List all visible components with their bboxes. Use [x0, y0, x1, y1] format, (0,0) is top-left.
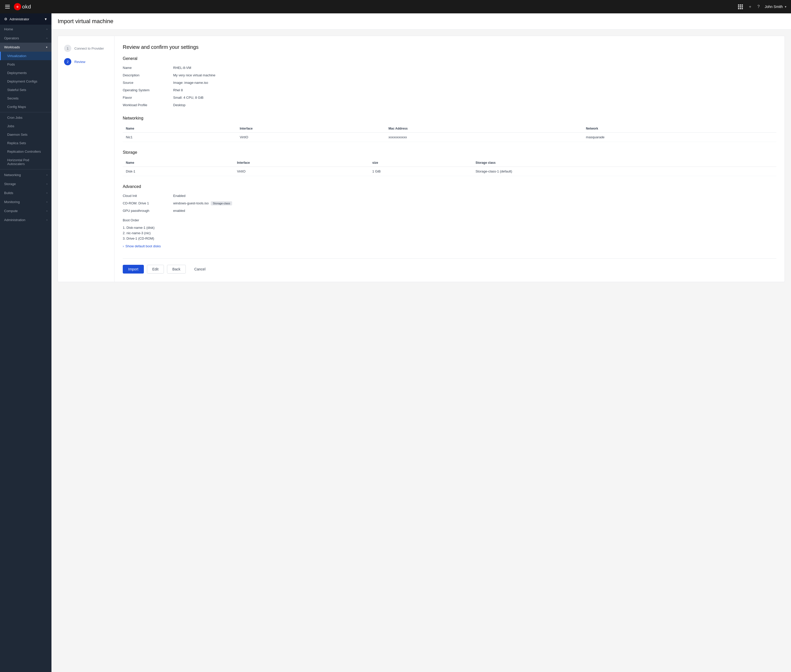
page-body: 1 Connect to Provider 2 Review Review an… [51, 30, 791, 288]
logo-icon: o [14, 3, 21, 10]
os-value: Rhel 8 [173, 87, 777, 93]
step-1: 1 Connect to Provider [62, 42, 110, 54]
grid-icon[interactable] [738, 4, 743, 9]
sidebar-item-administration[interactable]: Administration › [0, 216, 51, 224]
nic-mac: xxxxxxxxxxx [385, 133, 583, 142]
source-label: Source [123, 80, 169, 85]
sidebar-item-secrets[interactable]: Secrets [0, 94, 51, 102]
logo-text: okd [22, 4, 31, 10]
content-panel: Review and confirm your settings General… [114, 36, 785, 282]
nic-name: Nic1 [123, 133, 237, 142]
cdrom-value: windows-guest-tools.iso Storage-class [173, 200, 777, 206]
sidebar-item-config-maps[interactable]: Config Maps [0, 102, 51, 111]
sidebar-item-pods[interactable]: Pods [0, 60, 51, 69]
workloads-chevron: ▾ [46, 46, 47, 49]
home-chevron: › [47, 28, 47, 30]
networking-chevron: › [47, 174, 47, 176]
sidebar-item-compute[interactable]: Compute › [0, 206, 51, 216]
gpu-label: GPU passthrough [123, 208, 169, 213]
user-menu[interactable]: John Smith ▼ [765, 5, 787, 9]
general-fields: Name RHEL-8-VM Description My very nice … [123, 65, 777, 108]
sidebar-item-networking[interactable]: Networking › [0, 170, 51, 179]
storage-col-name: Name [123, 159, 234, 167]
sidebar-item-builds[interactable]: Builds › [0, 189, 51, 197]
sidebar-item-replica-sets[interactable]: Replica Sets [0, 139, 51, 147]
storage-section-title: Storage [123, 150, 777, 155]
sidebar-item-home[interactable]: Home › [0, 25, 51, 34]
storage-row: Disk-1 VirtIO 1 GiB Storage-class-1 (def… [123, 167, 777, 176]
wizard-card: 1 Connect to Provider 2 Review Review an… [58, 36, 785, 282]
sidebar-admin[interactable]: ⚙ Administrator ▼ [0, 13, 51, 25]
storage-table: Name Interface size Storage class Disk-1… [123, 159, 777, 176]
sidebar-item-replication-controllers[interactable]: Replication Controllers [0, 147, 51, 156]
sidebar-item-virtualization[interactable]: Virtualization [0, 52, 51, 60]
step-1-label[interactable]: Connect to Provider [74, 46, 104, 50]
storage-col-size: size [369, 159, 472, 167]
sidebar-item-home-label: Home [4, 27, 13, 31]
networking-col-network: Network [583, 125, 777, 133]
import-button[interactable]: Import [123, 265, 144, 274]
review-title: Review and confirm your settings [123, 44, 777, 50]
storage-chevron: › [47, 182, 47, 186]
sidebar-workloads-header[interactable]: Workloads ▾ [0, 43, 51, 52]
sidebar-item-deployment-configs[interactable]: Deployment Configs [0, 77, 51, 86]
step-2: 2 Review [62, 56, 110, 68]
compute-chevron: › [47, 210, 47, 212]
edit-button[interactable]: Edit [147, 265, 164, 274]
advanced-section-title: Advanced [123, 184, 777, 189]
sidebar-item-daemon-sets[interactable]: Daemon Sets [0, 130, 51, 139]
boot-order-item-3: 3. Drive-1 (CD-ROM) [123, 236, 777, 241]
sidebar-item-horizontal-pod-autoscalers[interactable]: Horizontal Pod Autoscalers [0, 156, 51, 168]
networking-section: Networking Name Interface Mac Address Ne… [123, 116, 777, 142]
boot-order-item-1: 1. Disk-name-1 (disk) [123, 225, 777, 230]
sidebar: ⚙ Administrator ▼ Home › Operators › Wor… [0, 13, 51, 672]
advanced-fields: Cloud Init Enabled CD-ROM: Drive 1 windo… [123, 193, 777, 213]
boot-order-list: 1. Disk-name-1 (disk) 2. nic-name-3 (nic… [123, 225, 777, 241]
storage-col-interface: Interface [234, 159, 369, 167]
sidebar-item-cron-jobs[interactable]: Cron Jobs [0, 114, 51, 122]
networking-col-interface: Interface [237, 125, 385, 133]
sidebar-item-operators[interactable]: Operators › [0, 34, 51, 43]
show-default-label: Show default boot disks [125, 244, 160, 248]
name-label: Name [123, 65, 169, 70]
show-default-chevron: › [123, 244, 124, 248]
step-2-label[interactable]: Review [74, 60, 85, 64]
sidebar-item-stateful-sets[interactable]: Stateful Sets [0, 86, 51, 94]
sidebar-item-deployments[interactable]: Deployments [0, 69, 51, 77]
boot-order-section: Boot Order 1. Disk-name-1 (disk) 2. nic-… [123, 218, 777, 241]
cdrom-label: CD-ROM: Drive 1 [123, 200, 169, 206]
nic-interface: VirtIO [237, 133, 385, 142]
builds-chevron: › [47, 192, 47, 194]
boot-order-item-2: 2. nic-name-3 (nic) [123, 230, 777, 236]
workload-profile-label: Workload Profile [123, 102, 169, 108]
storage-section: Storage Name Interface size Storage clas… [123, 150, 777, 176]
sidebar-item-monitoring[interactable]: Monitoring › [0, 197, 51, 206]
sidebar-item-operators-label: Operators [4, 36, 19, 40]
sidebar-item-jobs[interactable]: Jobs [0, 122, 51, 130]
show-default-boot-disks-link[interactable]: › Show default boot disks [123, 244, 777, 248]
page-title: Import virtual machine [58, 18, 785, 25]
cloud-init-label: Cloud Init [123, 193, 169, 198]
cancel-button[interactable]: Cancel [189, 265, 211, 274]
gpu-value: enabled [173, 208, 777, 213]
description-value: My very nice virtual machine [173, 72, 777, 78]
topbar-icons: ＋ ? John Smith ▼ [738, 4, 787, 10]
footer-actions: Import Edit Back Cancel [123, 258, 777, 274]
disk-name: Disk-1 [123, 167, 234, 176]
description-label: Description [123, 72, 169, 78]
sidebar-item-storage[interactable]: Storage › [0, 179, 51, 189]
add-icon[interactable]: ＋ [748, 4, 752, 10]
administration-chevron: › [47, 219, 47, 221]
hamburger-menu-icon[interactable] [4, 4, 11, 10]
disk-size: 1 GiB [369, 167, 472, 176]
page-header: Import virtual machine [51, 13, 791, 30]
cdrom-filename: windows-guest-tools.iso [173, 201, 209, 205]
source-value: Image: image-name.iso [173, 80, 777, 85]
help-icon[interactable]: ? [757, 4, 760, 9]
step-1-number: 1 [64, 45, 71, 52]
back-button[interactable]: Back [167, 265, 186, 274]
advanced-section: Advanced Cloud Init Enabled CD-ROM: Driv… [123, 184, 777, 248]
user-menu-chevron: ▼ [784, 5, 787, 8]
flavor-label: Flavor [123, 95, 169, 100]
operators-chevron: › [47, 37, 47, 40]
